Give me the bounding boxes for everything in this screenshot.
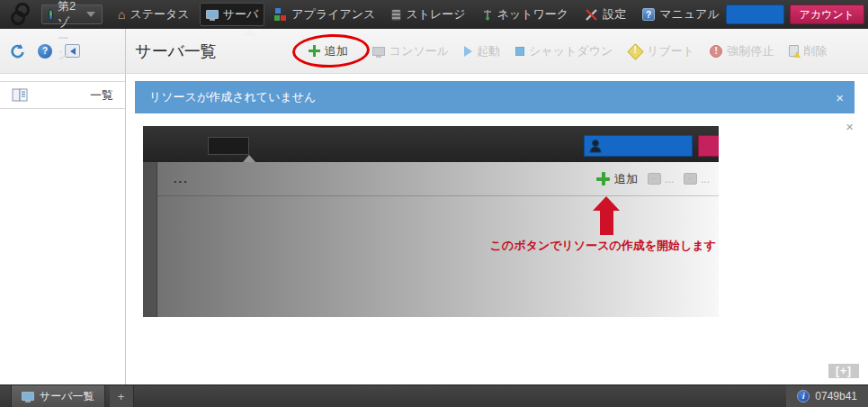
console-icon (372, 47, 385, 56)
placeholder-dots: ... (701, 173, 710, 185)
bottom-tab-bar: サーバ一覧 + i 0749b41 (0, 384, 868, 407)
nav-item-manual[interactable]: ? マニュアル (636, 3, 726, 26)
nav-label: サーバ (223, 6, 259, 23)
settings-tools-icon (585, 8, 598, 22)
nav-item-settings[interactable]: 設定 (578, 3, 632, 26)
nav-label: マニュアル (659, 6, 720, 23)
bottom-tab-server-list[interactable]: サーバ一覧 (11, 385, 105, 407)
status-id: 0749b41 (815, 390, 857, 402)
shutdown-button[interactable]: シャットダウン (515, 43, 613, 59)
expand-badge[interactable]: [+] (828, 364, 859, 378)
placeholder-dots: ... (665, 173, 674, 185)
main-nav: ⌂ ステータス サーバ アプライアンス ストレージ ネットワーク (112, 3, 726, 26)
reboot-button[interactable]: リブート (628, 43, 694, 59)
app-window: 石狩第2ゾーン ⌂ ステータス サーバ アプライアンス ストレージ (0, 0, 868, 407)
globe-icon (49, 9, 53, 21)
banner-message: リソースが作成されていません (149, 89, 316, 105)
add-label: 追加 (325, 43, 348, 59)
page-title: サーバ一覧 (126, 41, 217, 62)
account-button[interactable]: アカウント (790, 5, 864, 24)
sidebar: 一覧 (0, 74, 126, 384)
tutorial-body: ... 追加 ·· ... ·· (143, 162, 719, 317)
cloud-logo-icon (5, 2, 36, 27)
toolbar-actions: 追加 コンソール 起動 シャットダウン リブート ! 強 (300, 43, 827, 59)
content-area: 一覧 リソースが作成されていません × × (0, 74, 868, 384)
tutorial-close-icon[interactable]: × (846, 119, 854, 134)
status-area: i 0749b41 (786, 385, 868, 407)
tutorial-mini-sidebar (143, 162, 157, 317)
reboot-warning-icon (628, 44, 642, 59)
red-arrow-up (593, 196, 620, 235)
nav-label: ステータス (130, 6, 189, 23)
console-label: コンソール (389, 43, 449, 59)
bottom-tab-label: サーバ一覧 (40, 389, 94, 404)
tutorial-add-button: 追加 (596, 171, 638, 187)
plus-icon (309, 45, 320, 57)
top-navigation-bar: 石狩第2ゾーン ⌂ ステータス サーバ アプライアンス ストレージ (0, 0, 868, 29)
zone-selector[interactable]: 石狩第2ゾーン (41, 5, 103, 24)
force-stop-button[interactable]: ! 強制停止 (710, 43, 774, 59)
active-tab-caret (243, 29, 257, 36)
network-icon (482, 8, 493, 21)
add-button[interactable]: 追加 (309, 43, 348, 59)
new-tab-button[interactable]: + (110, 385, 134, 407)
reboot-label: リブート (647, 43, 694, 59)
banner-close-icon[interactable]: × (836, 91, 844, 104)
tutorial-toolbar-right: 追加 ·· ... ·· ... (596, 171, 719, 187)
nav-item-network[interactable]: ネットワーク (476, 3, 576, 26)
zone-label: 石狩第2ゾーン (58, 0, 79, 63)
tutorial-image: ... 追加 ·· ... ·· (143, 126, 719, 317)
arrow-head (593, 196, 620, 211)
sidebar-item-list[interactable]: 一覧 (0, 81, 125, 109)
start-button[interactable]: 起動 (464, 43, 500, 59)
tutorial-mini-toolbar: ... 追加 ·· ... ·· (157, 162, 719, 196)
delete-label: 削除 (803, 43, 827, 59)
tutorial-mini-topbar (143, 126, 719, 162)
nav-item-appliance[interactable]: アプライアンス (268, 3, 381, 26)
main-panel: リソースが作成されていません × × (126, 74, 868, 384)
delete-button[interactable]: 削除 (789, 43, 827, 59)
storage-icon (391, 9, 401, 21)
page-toolbar: ? サーバ一覧 追加 コンソール 起動 シャットダウン (0, 29, 868, 74)
tutorial-add-label: 追加 (614, 171, 638, 187)
tutorial-account-button-stub (698, 135, 719, 157)
refresh-icon[interactable] (9, 43, 25, 59)
nav-label: ネットワーク (497, 6, 569, 23)
nav-item-storage[interactable]: ストレージ (385, 3, 471, 26)
info-icon[interactable]: i (797, 390, 810, 402)
nav-item-status[interactable]: ⌂ ステータス (112, 3, 196, 26)
play-icon (464, 46, 472, 57)
tutorial-placeholder-button: ·· ... (684, 173, 710, 185)
sidebar-item-label: 一覧 (90, 87, 113, 104)
arrow-stem (600, 211, 613, 235)
add-button-wrap: 追加 (300, 43, 357, 59)
chevron-down-icon (86, 12, 95, 17)
help-icon[interactable]: ? (38, 44, 52, 59)
shutdown-label: シャットダウン (529, 43, 613, 59)
console-button[interactable]: コンソール (372, 43, 449, 59)
server-icon (22, 392, 34, 401)
server-icon (206, 10, 219, 19)
appliance-icon (274, 8, 287, 21)
nav-item-server[interactable]: サーバ (200, 3, 265, 26)
home-icon: ⌂ (118, 8, 125, 21)
manual-help-icon: ? (642, 8, 655, 21)
tutorial-nav-placeholder-box (208, 137, 249, 155)
stop-icon (515, 47, 524, 56)
tutorial-active-tab-caret (243, 155, 255, 162)
person-icon (588, 138, 603, 154)
placeholder-icon: ·· (684, 173, 697, 185)
account-search-field[interactable] (726, 5, 784, 24)
book-icon (12, 88, 29, 102)
placeholder-icon: ·· (648, 173, 661, 185)
info-banner: リソースが作成されていません × (135, 81, 855, 113)
trash-icon (789, 45, 799, 57)
force-stop-label: 強制停止 (727, 43, 774, 59)
tutorial-ellipsis: ... (174, 172, 189, 185)
nav-label: ストレージ (406, 6, 465, 23)
start-label: 起動 (477, 43, 500, 59)
nav-label: 設定 (603, 6, 626, 23)
tutorial-account-field (584, 135, 693, 157)
plus-icon (596, 172, 610, 185)
alert-icon: ! (710, 45, 722, 58)
